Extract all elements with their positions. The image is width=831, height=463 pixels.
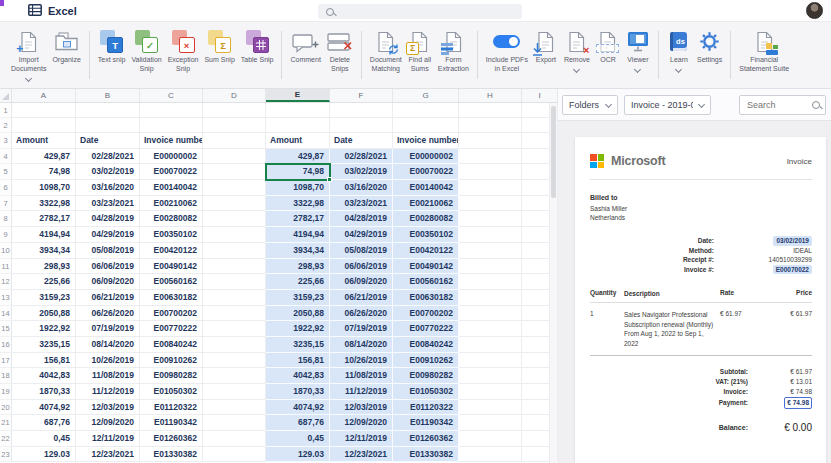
cell-C2[interactable]	[140, 118, 203, 133]
cell-F1[interactable]	[330, 103, 393, 118]
cell-H3[interactable]	[459, 133, 522, 149]
cell-G6[interactable]: E00140042	[393, 180, 459, 196]
cell-A17[interactable]: 156,81	[12, 353, 76, 369]
selected-cell-outline[interactable]	[265, 163, 331, 181]
cell-G18[interactable]: E00980282	[393, 368, 459, 384]
ocr-button[interactable]: OCR	[593, 29, 623, 65]
cell-E17[interactable]: 156,81	[266, 353, 330, 369]
cell-E6[interactable]: 1098,70	[266, 180, 330, 196]
text-snip-button[interactable]: TText snip	[95, 29, 129, 65]
cell-E10[interactable]: 3934,34	[266, 243, 330, 259]
cell-E9[interactable]: 4194,94	[266, 227, 330, 243]
cell-A12[interactable]: 225,66	[12, 274, 76, 290]
cell-B22[interactable]: 12/11/2019	[76, 431, 140, 447]
col-header-D[interactable]: D	[203, 89, 266, 102]
cell-C8[interactable]: E00280082	[140, 211, 203, 227]
settings-button[interactable]: Settings	[694, 29, 725, 65]
validation-snip-button[interactable]: ✓Validation Snip	[128, 29, 164, 74]
cell-F9[interactable]: 04/29/2019	[330, 227, 393, 243]
cell-B21[interactable]: 12/09/2020	[76, 415, 140, 431]
exception-snip-button[interactable]: ×Exception Snip	[165, 29, 202, 74]
cell-B2[interactable]	[76, 118, 140, 133]
cell-B13[interactable]: 06/21/2019	[76, 290, 140, 306]
panel-search-input[interactable]	[745, 99, 809, 111]
row-header-12[interactable]: 12	[0, 274, 12, 290]
cell-G14[interactable]: E00700202	[393, 306, 459, 322]
cell-D22[interactable]	[203, 431, 266, 447]
cell-B23[interactable]: 12/23/2021	[76, 447, 140, 463]
cell-B16[interactable]: 08/14/2020	[76, 337, 140, 353]
row-header-13[interactable]: 13	[0, 290, 12, 306]
row-header-18[interactable]: 18	[0, 368, 12, 384]
cell-F18[interactable]: 11/08/2019	[330, 368, 393, 384]
cell-H13[interactable]	[459, 290, 522, 306]
delete-snips-button[interactable]: Delete Snips	[324, 29, 356, 74]
cell-F11[interactable]: 06/06/2019	[330, 259, 393, 275]
cell-C4[interactable]: E00000002	[140, 149, 203, 165]
cell-H23[interactable]	[459, 447, 522, 463]
col-header-G[interactable]: G	[393, 89, 459, 102]
row-header-6[interactable]: 6	[0, 180, 12, 196]
cell-D5[interactable]	[203, 164, 266, 180]
form-extraction-button[interactable]: Form Extraction	[435, 29, 472, 74]
col-header-F[interactable]: F	[330, 89, 393, 102]
cell-D11[interactable]	[203, 259, 266, 275]
cell-C12[interactable]: E00560162	[140, 274, 203, 290]
cell-E11[interactable]: 298,93	[266, 259, 330, 275]
cell-A10[interactable]: 3934,34	[12, 243, 76, 259]
cell-G20[interactable]: E01120322	[393, 400, 459, 416]
cell-G8[interactable]: E00280082	[393, 211, 459, 227]
cell-D7[interactable]	[203, 196, 266, 212]
fill-handle[interactable]	[327, 177, 332, 182]
cell-G16[interactable]: E00840242	[393, 337, 459, 353]
cell-H7[interactable]	[459, 196, 522, 212]
cell-C23[interactable]: E01330382	[140, 447, 203, 463]
row-header-5[interactable]: 5	[0, 164, 12, 180]
cell-B8[interactable]: 04/28/2019	[76, 211, 140, 227]
cell-C17[interactable]: E00910262	[140, 353, 203, 369]
cell-F19[interactable]: 11/12/2019	[330, 384, 393, 400]
cell-C6[interactable]: E00140042	[140, 180, 203, 196]
cell-A13[interactable]: 3159,23	[12, 290, 76, 306]
cell-H5[interactable]	[459, 164, 522, 180]
cell-E12[interactable]: 225,66	[266, 274, 330, 290]
cell-E23[interactable]: 129.03	[266, 447, 330, 463]
cell-D20[interactable]	[203, 400, 266, 416]
col-header-C[interactable]: C	[140, 89, 203, 102]
cell-E1[interactable]	[266, 103, 330, 118]
cell-G10[interactable]: E00420122	[393, 243, 459, 259]
cell-F12[interactable]: 06/09/2020	[330, 274, 393, 290]
cell-C14[interactable]: E00700202	[140, 306, 203, 322]
cell-B17[interactable]: 10/26/2019	[76, 353, 140, 369]
cell-A4[interactable]: 429,87	[12, 149, 76, 165]
cell-F8[interactable]: 04/28/2019	[330, 211, 393, 227]
user-avatar[interactable]	[806, 2, 823, 19]
cell-H4[interactable]	[459, 149, 522, 165]
row-header-10[interactable]: 10	[0, 243, 12, 259]
cell-A1[interactable]	[12, 103, 76, 118]
cell-G2[interactable]	[393, 118, 459, 133]
cell-C11[interactable]: E00490142	[140, 259, 203, 275]
cell-E19[interactable]: 1870,33	[266, 384, 330, 400]
row-header-11[interactable]: 11	[0, 259, 12, 275]
cell-B5[interactable]: 03/02/2019	[76, 164, 140, 180]
cell-C19[interactable]: E01050302	[140, 384, 203, 400]
select-all-corner[interactable]	[0, 89, 12, 102]
cell-H8[interactable]	[459, 211, 522, 227]
folders-dropdown[interactable]: Folders	[562, 95, 618, 115]
cell-E13[interactable]: 3159,23	[266, 290, 330, 306]
vertical-scrollbar[interactable]	[549, 103, 557, 463]
cell-F5[interactable]: 03/02/2019	[330, 164, 393, 180]
cell-F13[interactable]: 06/21/2019	[330, 290, 393, 306]
cell-F16[interactable]: 08/14/2020	[330, 337, 393, 353]
cell-E14[interactable]: 2050,88	[266, 306, 330, 322]
row-header-14[interactable]: 14	[0, 306, 12, 322]
cell-A5[interactable]: 74,98	[12, 164, 76, 180]
cell-D12[interactable]	[203, 274, 266, 290]
cell-D9[interactable]	[203, 227, 266, 243]
cell-F17[interactable]: 10/26/2019	[330, 353, 393, 369]
global-search-input[interactable]	[340, 6, 500, 18]
row-header-16[interactable]: 16	[0, 337, 12, 353]
cell-E8[interactable]: 2782,17	[266, 211, 330, 227]
cell-C13[interactable]: E00630182	[140, 290, 203, 306]
